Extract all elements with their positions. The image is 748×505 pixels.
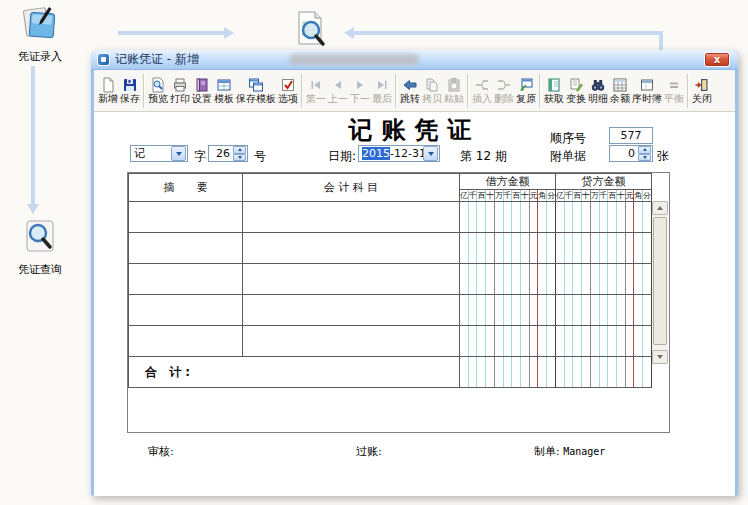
amount-digit-cell[interactable] [582,326,591,357]
account-cell[interactable] [243,233,460,264]
amount-digit-cell[interactable] [643,233,652,264]
toolbar-button-settings[interactable]: 设置 [191,76,213,106]
amount-digit-cell[interactable] [460,233,469,264]
amount-digit-cell[interactable] [460,326,469,357]
toolbar-button-transform[interactable]: 变换 [565,76,587,106]
toolbar-button-template[interactable]: 模板 [213,76,235,106]
chevron-down-icon[interactable] [171,146,186,161]
spin-down-button[interactable] [233,154,246,162]
toolbar-button-fetch[interactable]: 获取 [543,76,565,106]
amount-digit-cell[interactable] [503,264,512,295]
amount-digit-cell[interactable] [512,326,521,357]
amount-digit-cell[interactable] [608,202,617,233]
amount-digit-cell[interactable] [529,233,538,264]
summary-cell[interactable] [129,326,243,357]
toolbar-button-save[interactable]: 保存 [119,76,141,106]
amount-digit-cell[interactable] [625,202,634,233]
amount-digit-cell[interactable] [538,264,547,295]
amount-digit-cell[interactable] [486,264,495,295]
toolbar-button-print[interactable]: 打印 [169,76,191,106]
amount-digit-cell[interactable] [608,295,617,326]
amount-digit-cell[interactable] [512,233,521,264]
amount-digit-cell[interactable] [503,233,512,264]
amount-digit-cell[interactable] [590,326,599,357]
amount-digit-cell[interactable] [486,326,495,357]
attach-count-stepper[interactable]: 0 [609,145,653,162]
desktop-icon-voucher-entry[interactable]: 凭证录入 [8,5,72,64]
amount-digit-cell[interactable] [608,233,617,264]
amount-digit-cell[interactable] [634,264,643,295]
toolbar-button-detail[interactable]: 明细 [587,76,609,106]
toolbar-button-new[interactable]: 新增 [97,76,119,106]
amount-digit-cell[interactable] [599,233,608,264]
amount-digit-cell[interactable] [599,202,608,233]
amount-digit-cell[interactable] [538,202,547,233]
amount-digit-cell[interactable] [573,264,582,295]
amount-digit-cell[interactable] [643,264,652,295]
amount-digit-cell[interactable] [503,202,512,233]
amount-digit-cell[interactable] [599,326,608,357]
amount-digit-cell[interactable] [468,295,477,326]
desktop-icon-voucher-query[interactable]: 凭证查询 [8,218,72,277]
amount-digit-cell[interactable] [494,295,503,326]
date-picker[interactable]: 2015-12-31 [358,145,440,162]
seq-input[interactable]: 577 [609,127,653,144]
spin-up-button[interactable] [233,146,246,154]
amount-digit-cell[interactable] [590,295,599,326]
amount-digit-cell[interactable] [529,264,538,295]
amount-digit-cell[interactable] [468,202,477,233]
amount-digit-cell[interactable] [625,264,634,295]
account-cell[interactable] [243,202,460,233]
amount-digit-cell[interactable] [512,295,521,326]
amount-digit-cell[interactable] [468,233,477,264]
amount-digit-cell[interactable] [555,326,564,357]
amount-digit-cell[interactable] [486,202,495,233]
account-cell[interactable] [243,326,460,357]
amount-digit-cell[interactable] [529,326,538,357]
amount-digit-cell[interactable] [643,295,652,326]
amount-digit-cell[interactable] [573,326,582,357]
amount-digit-cell[interactable] [590,202,599,233]
amount-digit-cell[interactable] [512,264,521,295]
amount-digit-cell[interactable] [486,233,495,264]
toolbar-button-balance[interactable]: 余额 [609,76,631,106]
amount-digit-cell[interactable] [599,264,608,295]
amount-digit-cell[interactable] [564,233,573,264]
amount-digit-cell[interactable] [468,326,477,357]
amount-digit-cell[interactable] [547,202,556,233]
amount-digit-cell[interactable] [608,264,617,295]
amount-digit-cell[interactable] [547,264,556,295]
amount-digit-cell[interactable] [555,233,564,264]
amount-digit-cell[interactable] [573,233,582,264]
amount-digit-cell[interactable] [582,202,591,233]
amount-digit-cell[interactable] [634,326,643,357]
amount-digit-cell[interactable] [477,233,486,264]
amount-digit-cell[interactable] [486,295,495,326]
amount-digit-cell[interactable] [616,233,625,264]
amount-digit-cell[interactable] [468,264,477,295]
amount-digit-cell[interactable] [590,233,599,264]
amount-digit-cell[interactable] [547,326,556,357]
scroll-down-button[interactable] [652,350,668,364]
amount-digit-cell[interactable] [564,326,573,357]
amount-digit-cell[interactable] [503,295,512,326]
amount-digit-cell[interactable] [503,326,512,357]
amount-digit-cell[interactable] [634,295,643,326]
amount-digit-cell[interactable] [582,295,591,326]
amount-digit-cell[interactable] [625,295,634,326]
amount-digit-cell[interactable] [625,233,634,264]
amount-digit-cell[interactable] [494,264,503,295]
scrollbar-thumb[interactable] [653,217,667,345]
summary-cell[interactable] [129,264,243,295]
amount-digit-cell[interactable] [538,326,547,357]
amount-digit-cell[interactable] [616,326,625,357]
summary-cell[interactable] [129,202,243,233]
amount-digit-cell[interactable] [521,326,530,357]
vertical-scrollbar[interactable] [652,201,668,364]
amount-digit-cell[interactable] [460,264,469,295]
close-button[interactable]: x [704,52,730,67]
amount-digit-cell[interactable] [634,202,643,233]
amount-digit-cell[interactable] [477,264,486,295]
amount-digit-cell[interactable] [529,295,538,326]
amount-digit-cell[interactable] [616,264,625,295]
